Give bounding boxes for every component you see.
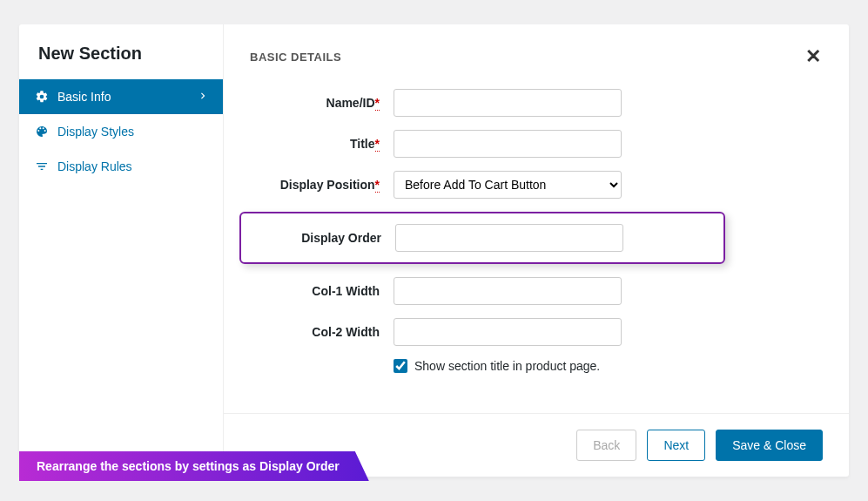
panel-title: BASIC DETAILS (250, 51, 341, 64)
highlighted-display-order: Display Order (239, 212, 725, 264)
position-select[interactable]: Before Add To Cart Button (394, 171, 622, 199)
next-button[interactable]: Next (647, 430, 705, 461)
form-row-col2: Col-2 Width (250, 318, 805, 346)
sidebar-item-label: Basic Info (57, 90, 111, 104)
close-button[interactable]: ✕ (804, 47, 823, 66)
sidebar-nav: Basic Info Display Styles Display Rules (19, 79, 223, 184)
name-input[interactable] (394, 89, 622, 117)
show-title-label: Show section title in product page. (414, 359, 600, 373)
position-label: Display Position* (250, 178, 394, 192)
col1-input[interactable] (394, 277, 622, 305)
col1-label: Col-1 Width (250, 284, 394, 298)
annotation-callout: Rearrange the sections by settings as Di… (19, 451, 369, 481)
title-input[interactable] (394, 130, 622, 158)
sidebar-item-display-rules[interactable]: Display Rules (19, 149, 223, 184)
sidebar-title: New Section (19, 44, 223, 79)
show-title-checkbox[interactable] (394, 359, 407, 373)
sidebar-item-label: Display Rules (57, 159, 132, 173)
required-mark: * (375, 96, 380, 111)
chevron-right-icon (197, 90, 209, 105)
form-row-position: Display Position* Before Add To Cart But… (250, 171, 805, 199)
order-input[interactable] (395, 224, 623, 252)
form-row-col1: Col-1 Width (250, 277, 805, 305)
filter-icon (35, 159, 49, 173)
required-mark: * (375, 178, 380, 193)
title-label: Title* (250, 137, 394, 151)
sidebar-item-label: Display Styles (57, 125, 134, 139)
main-panel: BASIC DETAILS ✕ Name/ID* Title* Display … (224, 24, 849, 477)
required-mark: * (375, 137, 380, 152)
col2-label: Col-2 Width (250, 325, 394, 339)
name-label: Name/ID* (250, 96, 394, 110)
show-title-row: Show section title in product page. (394, 359, 805, 373)
sidebar-item-basic-info[interactable]: Basic Info (19, 79, 223, 114)
sidebar-item-display-styles[interactable]: Display Styles (19, 114, 223, 149)
palette-icon (35, 125, 49, 139)
form-row-order: Display Order (241, 224, 723, 252)
save-close-button[interactable]: Save & Close (716, 430, 823, 461)
col2-input[interactable] (394, 318, 622, 346)
form-row-name: Name/ID* (250, 89, 805, 117)
close-icon: ✕ (805, 45, 821, 67)
form-row-title: Title* (250, 130, 805, 158)
sidebar: New Section Basic Info Display Styles (19, 24, 224, 477)
form-area: Name/ID* Title* Display Position* Before… (224, 73, 849, 413)
gear-icon (35, 90, 49, 104)
main-header: BASIC DETAILS ✕ (224, 24, 849, 73)
new-section-modal: New Section Basic Info Display Styles (19, 24, 849, 477)
back-button[interactable]: Back (576, 430, 636, 461)
order-label: Display Order (241, 231, 395, 245)
